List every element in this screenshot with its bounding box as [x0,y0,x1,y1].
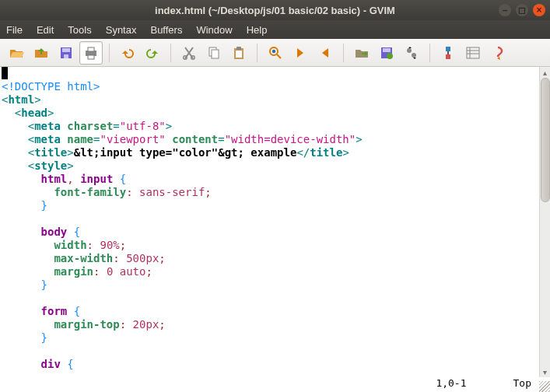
make-icon[interactable] [436,41,460,65]
svg-rect-1 [62,48,70,52]
vertical-scrollbar[interactable]: ▴ ▾ [539,67,550,377]
svg-rect-2 [64,54,68,58]
svg-rect-16 [383,48,391,52]
svg-rect-5 [88,55,94,59]
svg-rect-4 [88,47,94,51]
open-icon[interactable] [5,41,28,65]
svg-rect-11 [236,47,241,50]
save-session-icon[interactable] [375,41,398,65]
save-all-icon[interactable] [54,41,78,65]
menu-edit[interactable]: Edit [37,24,54,36]
toolbar-separator [170,44,171,62]
editor-area: <!DOCTYPE html> <html> <head> <meta char… [0,67,550,377]
menu-syntax[interactable]: Syntax [106,24,137,36]
toolbar-separator [343,44,344,62]
menu-help[interactable]: Help [247,24,268,36]
svg-rect-22 [467,47,479,58]
toolbar-separator [429,44,430,62]
cut-icon[interactable] [177,41,201,65]
paste-icon[interactable] [227,41,250,65]
minimize-button[interactable]: – [499,4,511,16]
print-icon[interactable] [79,41,103,65]
maximize-button[interactable]: ◻ [516,4,528,16]
svg-point-14 [272,49,275,52]
scroll-thumb[interactable] [541,78,550,202]
status-bar: 1,0-1 Top [0,377,550,392]
window-controls: – ◻ × [499,4,545,16]
svg-rect-20 [446,47,450,51]
scroll-down-icon[interactable]: ▾ [540,366,550,377]
resize-grip-icon[interactable] [539,381,550,392]
svg-point-18 [407,48,412,53]
cursor [2,67,8,79]
svg-point-19 [412,53,416,58]
redo-icon[interactable] [141,41,164,65]
svg-rect-21 [446,54,450,59]
find-next-icon[interactable] [289,41,312,65]
menu-buffers[interactable]: Buffers [150,24,182,36]
svg-point-17 [387,53,393,59]
find-replace-icon[interactable] [264,41,287,65]
toolbar-separator [257,44,257,62]
load-session-icon[interactable] [350,41,373,65]
scroll-up-icon[interactable]: ▴ [540,67,550,78]
undo-icon[interactable] [116,41,139,65]
run-script-icon[interactable] [400,41,423,65]
title-bar: index.html (~/Desktop/js/01 basic/02 bas… [0,0,550,20]
text-editor[interactable]: <!DOCTYPE html> <html> <head> <meta char… [0,67,539,377]
menu-bar: File Edit Tools Syntax Buffers Window He… [0,20,550,39]
menu-tools[interactable]: Tools [68,24,91,36]
close-button[interactable]: × [533,4,545,16]
save-icon[interactable] [30,41,53,65]
menu-file[interactable]: File [6,24,23,36]
toolbar [0,39,550,67]
copy-icon[interactable] [202,41,226,65]
shell-icon[interactable] [461,41,485,65]
cursor-position: 1,0-1 [436,377,466,392]
menu-window[interactable]: Window [196,24,232,36]
toolbar-separator [109,44,110,62]
svg-rect-12 [236,51,242,58]
scroll-location: Top [513,377,531,392]
svg-rect-9 [212,50,219,58]
window-title: index.html (~/Desktop/js/01 basic/02 bas… [155,5,395,16]
help-icon[interactable] [486,41,510,65]
find-prev-icon[interactable] [314,41,337,65]
